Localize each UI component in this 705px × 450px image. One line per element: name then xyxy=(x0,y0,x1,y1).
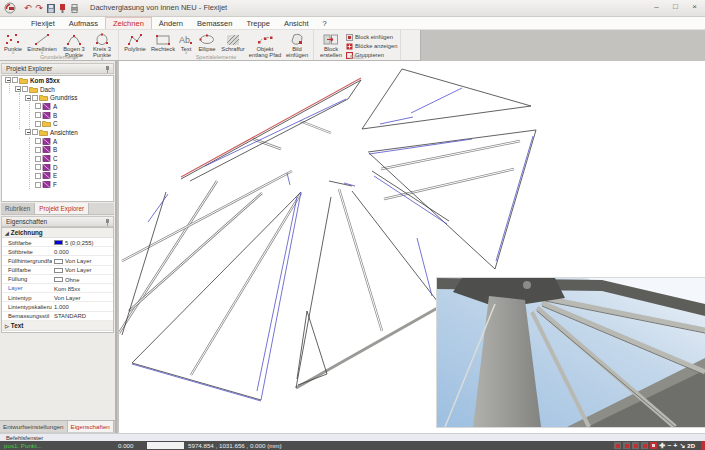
tree-item-a[interactable]: A xyxy=(2,137,113,146)
visibility-checkbox[interactable] xyxy=(35,182,41,188)
property-value[interactable]: 5 (0;0;255) xyxy=(52,238,113,246)
menu-flexijet[interactable]: Flexijet xyxy=(24,18,62,29)
pin-icon[interactable] xyxy=(105,219,110,226)
visibility-checkbox[interactable] xyxy=(35,156,41,162)
drawing-line xyxy=(362,106,531,129)
drawing-line xyxy=(348,80,361,99)
property-value[interactable]: Von Layer xyxy=(52,266,113,274)
pan-icon[interactable]: ✚ xyxy=(659,442,665,449)
property-row-füllhintergrundfarbe[interactable]: FüllhintergrundfarbeVon Layer xyxy=(2,256,113,265)
menu--[interactable]: ? xyxy=(316,18,334,29)
visibility-checkbox[interactable] xyxy=(35,138,41,144)
text-button[interactable]: AbText˅ xyxy=(177,31,195,55)
property-value[interactable]: Ohne xyxy=(52,275,113,283)
expander-icon[interactable] xyxy=(25,129,31,135)
hatch-button[interactable]: Schraffur xyxy=(219,31,247,52)
property-value[interactable]: Von Layer xyxy=(52,256,113,264)
property-value[interactable]: 1.000 xyxy=(52,302,113,310)
property-row-füllfarbe[interactable]: FüllfarbeVon Layer xyxy=(2,266,113,275)
expander-icon[interactable] xyxy=(15,86,21,92)
command-window-bar[interactable]: Befehlsfenster xyxy=(0,433,705,441)
visibility-checkbox[interactable] xyxy=(32,129,38,135)
visibility-checkbox[interactable] xyxy=(35,112,41,118)
property-row-füllung[interactable]: FüllungOhne xyxy=(2,275,113,284)
section-zeichnung[interactable]: ◢Zeichnung xyxy=(2,228,113,238)
view-icon xyxy=(42,138,51,145)
property-row-stiftbreite[interactable]: Stiftbreite0.000 xyxy=(2,247,113,256)
drawing-line xyxy=(122,192,166,335)
menu-zeichnen[interactable]: Zeichnen xyxy=(105,17,152,29)
visibility-checkbox[interactable] xyxy=(35,173,41,179)
tree-item-f[interactable]: F xyxy=(2,180,113,189)
tree-item-ansichten[interactable]: Ansichten xyxy=(2,128,113,137)
tree-item-e[interactable]: E xyxy=(2,172,113,181)
menu-ansicht[interactable]: Ansicht xyxy=(277,18,316,29)
menu-aufmass[interactable]: Aufmass xyxy=(62,18,105,29)
property-value[interactable]: STANDARD xyxy=(52,312,113,320)
tree-item-d[interactable]: D xyxy=(2,163,113,172)
property-row-layer[interactable]: LayerKom 85xx xyxy=(2,284,113,293)
color-swatch xyxy=(54,259,63,264)
property-row-stiftfarbe[interactable]: Stiftfarbe5 (0;0;255) xyxy=(2,238,113,247)
tab-rubriken[interactable]: Rubriken xyxy=(1,203,35,214)
visibility-checkbox[interactable] xyxy=(35,121,41,127)
print-icon[interactable] xyxy=(70,4,79,13)
single-line-button[interactable]: Einzellinien˅ xyxy=(24,31,60,55)
visibility-checkbox[interactable] xyxy=(32,95,38,101)
maximize-button[interactable]: □ xyxy=(669,2,682,12)
points-button[interactable]: Punkte˅ xyxy=(2,31,24,55)
drawing-line xyxy=(257,197,297,391)
property-row-linientypskalierung[interactable]: Linientypskalierung1.000 xyxy=(2,302,113,311)
tab-projekt-explorer[interactable]: Projekt Explorer xyxy=(35,203,89,214)
create-block-icon xyxy=(322,33,340,46)
zoom-previous-icon[interactable] xyxy=(632,442,639,449)
zoom-in-icon[interactable]: + xyxy=(673,442,677,449)
bottom-tab-bar: Entwurfseinstellungen Eigenschaften xyxy=(0,420,115,433)
undo-icon[interactable]: ↶ xyxy=(24,3,32,13)
zoom-window-icon[interactable] xyxy=(614,442,621,449)
section-text[interactable]: ▷Text xyxy=(2,321,113,331)
visibility-checkbox[interactable] xyxy=(12,77,18,83)
visibility-checkbox[interactable] xyxy=(35,164,41,170)
tab-eigenschaften[interactable]: Eigenschaften xyxy=(68,421,114,432)
command-input[interactable] xyxy=(147,442,184,449)
close-button[interactable]: × xyxy=(688,2,701,12)
pin-icon[interactable] xyxy=(105,66,110,73)
mode-2d-toggle[interactable]: 2D xyxy=(687,443,695,449)
zoom-out-icon[interactable]: − xyxy=(667,442,671,449)
menu-treppe[interactable]: Treppe xyxy=(239,18,277,29)
property-value[interactable]: 0.000 xyxy=(52,247,113,255)
ellipse-button[interactable]: Ellipse xyxy=(195,31,219,52)
save-icon[interactable] xyxy=(47,4,55,13)
tree-item-kom-85xx[interactable]: Kom 85xx xyxy=(2,76,113,85)
insert-block-icon xyxy=(346,34,353,41)
polyline-button[interactable]: Polylinie xyxy=(121,31,149,52)
view-icon xyxy=(42,112,51,119)
visibility-checkbox[interactable] xyxy=(35,147,41,153)
expander-icon[interactable] xyxy=(25,95,31,101)
minimize-button[interactable]: – xyxy=(650,2,663,12)
tab-entwurfseinstellungen[interactable]: Entwurfseinstellungen xyxy=(0,421,68,432)
property-value[interactable]: Kom 85xx xyxy=(52,284,113,292)
property-row-bemassungsstil[interactable]: BemassungsstilSTANDARD xyxy=(2,312,113,321)
menu--ndern[interactable]: Ändern xyxy=(152,18,190,29)
visibility-checkbox[interactable] xyxy=(35,103,41,109)
zoom-selection-icon[interactable] xyxy=(641,442,648,449)
menu-bemassen[interactable]: Bemassen xyxy=(190,18,239,29)
tree-item-b[interactable]: B xyxy=(2,146,113,155)
camera-view-icon[interactable] xyxy=(650,442,657,449)
visibility-checkbox[interactable] xyxy=(22,86,28,92)
show-blocks-button[interactable]: Blöcke anzeigen xyxy=(346,42,398,50)
expander-icon[interactable] xyxy=(5,77,11,83)
insert-block-button[interactable]: Block einfügen xyxy=(346,33,398,41)
property-row-linientyp[interactable]: LinientypVon Layer xyxy=(2,293,113,302)
zoom-extents-icon[interactable] xyxy=(623,442,630,449)
zoom-corner-icon[interactable]: ↘ xyxy=(679,442,685,449)
property-value[interactable]: Von Layer xyxy=(52,293,113,301)
drawing-canvas[interactable] xyxy=(119,61,705,433)
flexijet-device-icon[interactable] xyxy=(59,4,66,13)
tree-item-c[interactable]: C xyxy=(2,154,113,163)
ribbon-group-block: Block erstellenBlock einfügenBlöcke anze… xyxy=(314,30,401,60)
redo-icon[interactable]: ↷ xyxy=(36,3,44,13)
rectangle-button[interactable]: Rechteck xyxy=(149,31,177,52)
